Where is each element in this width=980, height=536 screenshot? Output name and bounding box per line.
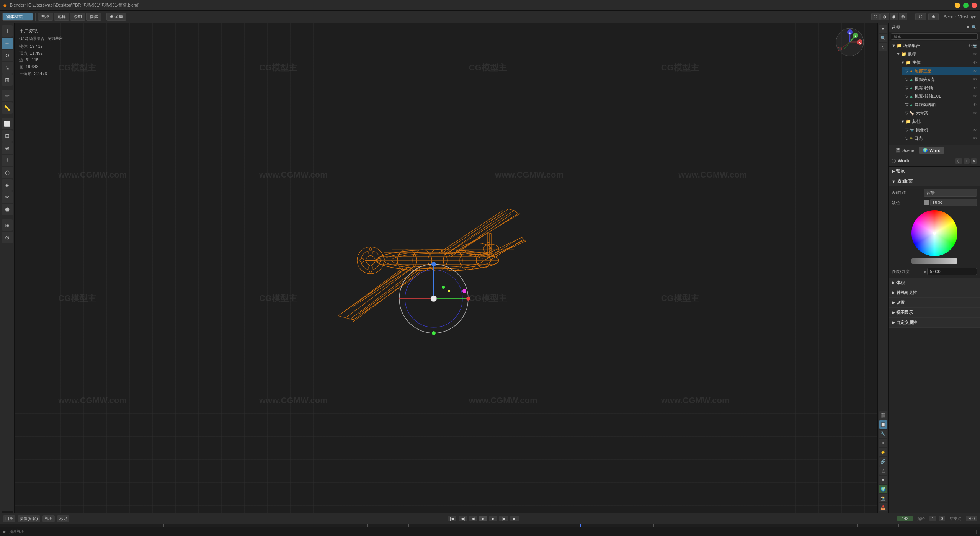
rt-output-props[interactable]: 📤 [879,503,887,511]
rt-physics-props[interactable]: ⚡ [879,448,887,456]
current-frame-display[interactable]: 142 [897,516,913,521]
measure-tool[interactable]: 📏 [2,102,13,114]
rt-scene-props[interactable]: 🎬 [879,411,887,420]
rt-particle-props[interactable]: ✦ [879,439,887,447]
custom-props-header[interactable]: ▶ 自定义属性 [889,318,980,327]
world-close-btn[interactable]: × [971,158,977,164]
viewport[interactable]: CG模型主 CG模型主 CG模型主 CG模型主 www.CGMW.com www… [15,23,888,513]
win-max-btn[interactable] [963,3,969,8]
skip-end-btn[interactable]: ▶| [510,516,519,521]
color-mode-btn[interactable]: RGB [930,199,977,206]
mode-selector[interactable]: 物体模式 [2,13,33,21]
di-vis-icon[interactable]: 👁 [973,52,977,56]
add-cube-tool[interactable]: ⬜ [2,118,13,129]
view-display-header[interactable]: ▶ 视图显示 [889,308,980,317]
poly-build[interactable]: ⬟ [2,204,13,215]
start-value[interactable]: 1 [929,516,936,521]
surface-type-value[interactable]: 背景 [924,189,977,197]
annotate-tool[interactable]: ✏ [2,90,13,101]
rt-refresh-btn[interactable]: ↻ [879,43,887,51]
gizmo-btn[interactable]: ⊕ [928,13,939,20]
nav-gizmo[interactable]: Y X Z [835,27,865,57]
move-tool[interactable]: ↔ [2,38,13,49]
shrink-tool[interactable]: ⊙ [2,232,13,243]
tl-view-btn[interactable]: 视图 [42,515,55,522]
select-menu[interactable]: 选择 [54,13,69,21]
rt-render-props[interactable]: 📸 [879,494,887,502]
cursor-tool[interactable]: ✛ [2,25,13,37]
outliner-item-collection-root[interactable]: ▼ 📁 场景集合 👁 📷 [889,41,980,50]
outliner-item-propeller[interactable]: ▽ ▲ 螺旋桨转轴 👁 [902,100,980,109]
extrude-tool[interactable]: ⤴ [2,155,13,166]
outliner-item-wing-axis001[interactable]: ▽ ▲ 机翼-转轴.001 👁 [902,92,980,100]
solid-btn[interactable]: ◑ [880,13,889,20]
win-close-btn[interactable] [972,3,977,8]
overlay-btn[interactable]: ⬡ [915,13,926,20]
play-btn[interactable]: ▶ [479,516,487,521]
rotate-tool[interactable]: ↻ [2,50,13,61]
visibility-icon[interactable]: 👁 [968,44,972,48]
outliner-item-main[interactable]: ▼ 📁 主体 👁 [898,58,980,67]
outliner-item-light[interactable]: ▽ ☀ 日光 👁 [902,134,980,142]
bevel-tool[interactable]: ◈ [2,179,13,191]
world-new-btn[interactable]: + [964,158,970,164]
add-menu[interactable]: 添加 [70,13,85,21]
extra-tool[interactable]: ⊕ [2,142,13,154]
world-browse-btn[interactable]: ⬡ [955,158,962,164]
rt-search-btn[interactable]: 🔍 [879,34,887,42]
ray-vis-header[interactable]: ▶ 射线可见性 [889,288,980,297]
rt-modifier-props[interactable]: 🔧 [879,430,887,438]
render-btn[interactable]: ◎ [899,13,907,20]
outliner-item-tail[interactable]: ▽ ▲ 尾部基座 👁 [902,67,980,75]
rt-material-props[interactable]: ● [879,476,887,484]
outliner-item-armature[interactable]: ▽ 🦴 大骨架 👁 [902,109,980,117]
render-icon[interactable]: 📷 [972,44,977,48]
outliner-item-camera[interactable]: ▽ 📷 摄像机 👁 [902,126,980,134]
volume-header[interactable]: ▶ 体积 [889,278,980,288]
global-btn[interactable]: ⊕ 全局 [106,13,126,21]
settings-header[interactable]: ▶ 设置 [889,298,980,307]
preview-header[interactable]: ▶ 预览 [889,167,980,176]
smooth-tool[interactable]: ≋ [2,219,13,231]
color-wheel[interactable] [911,210,957,256]
playback-btn[interactable]: 回放 [3,515,15,522]
surface-header[interactable]: ▼ 表(曲)面 [889,176,980,186]
scale-tool[interactable]: ⤡ [2,62,13,74]
rt-object-props[interactable]: 🔲 [879,420,887,429]
world-tab[interactable]: 🌍 World [919,147,944,154]
outliner-filter-btn[interactable]: ▼ [966,25,970,30]
prev-frame-btn[interactable]: ◀ [469,516,477,521]
view-menu[interactable]: 视图 [38,13,53,21]
loop-cut-tool[interactable]: ⊟ [2,130,13,142]
end-value[interactable]: 200 [966,516,977,521]
strength-value[interactable]: 5.000 [927,268,977,275]
inset-tool[interactable]: ⬡ [2,167,13,178]
wireframe-btn[interactable]: ⬡ [871,13,880,20]
outliner-item-other[interactable]: ▼ 📁 其他 [898,117,980,126]
color-brightness-bar[interactable] [911,258,957,264]
sync-btn[interactable]: 摄像(插帧) [18,515,40,522]
tl-mark-btn[interactable]: 标记 [57,515,69,522]
outliner-item-wing-axis[interactable]: ▽ ▲ 机翼-转轴 👁 [902,83,980,92]
next-frame-btn[interactable]: ▶ [489,516,497,521]
main-vis-icon[interactable]: 👁 [973,60,977,65]
knife-tool[interactable]: ✂ [2,191,13,203]
rt-filter-btn[interactable]: ▼ [879,25,887,33]
color-swatch[interactable] [924,200,929,205]
outliner-search-input[interactable] [891,33,978,40]
prev-keyframe-btn[interactable]: ◀| [459,516,467,521]
material-btn[interactable]: ◉ [890,13,898,20]
transform-tool[interactable]: ⊞ [2,74,13,86]
outliner-search-btn[interactable]: 🔍 [972,25,977,30]
win-min-btn[interactable] [955,3,960,8]
object-menu[interactable]: 物体 [86,13,101,21]
scene-tab[interactable]: 🎬 Scene [892,147,918,154]
current-val[interactable]: 0 [939,516,946,521]
rt-constraints-props[interactable]: 🔗 [879,457,887,466]
outliner-item-di[interactable]: ▼ 📁 低模 👁 [893,50,980,58]
skip-start-btn[interactable]: |◀ [448,516,456,521]
rt-data-props[interactable]: △ [879,466,887,475]
outliner-item-cam-mount[interactable]: ▽ ▲ 摄像头支架 👁 [902,75,980,83]
next-keyframe-btn[interactable]: |▶ [499,516,508,521]
rt-world-props[interactable]: 🌍 [879,485,887,493]
